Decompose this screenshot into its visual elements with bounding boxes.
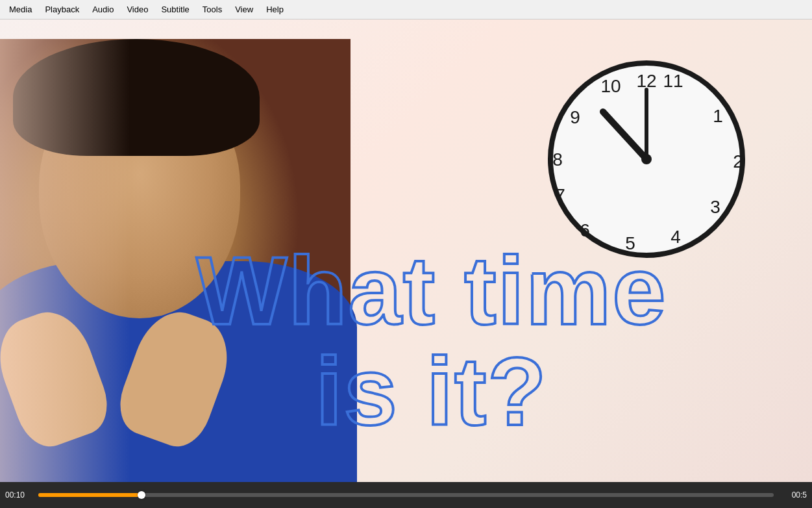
progress-bar-row: 00:10 00:5 bbox=[0, 482, 812, 508]
progress-filled bbox=[38, 493, 141, 497]
menu-audio[interactable]: Audio bbox=[86, 2, 120, 17]
svg-text:10: 10 bbox=[600, 76, 621, 96]
menu-tools[interactable]: Tools bbox=[196, 2, 228, 17]
video-player: 12 1 2 3 4 5 6 7 8 9 10 11 What time is … bbox=[0, 19, 812, 482]
clock-graphic: 12 1 2 3 4 5 6 7 8 9 10 11 bbox=[546, 58, 747, 260]
menu-subtitle[interactable]: Subtitle bbox=[154, 2, 195, 17]
svg-text:3: 3 bbox=[710, 197, 720, 217]
svg-text:2: 2 bbox=[733, 151, 743, 171]
menu-video[interactable]: Video bbox=[120, 2, 154, 17]
clock-svg: 12 1 2 3 4 5 6 7 8 9 10 11 bbox=[546, 58, 747, 260]
svg-text:7: 7 bbox=[555, 185, 565, 205]
progress-bar[interactable] bbox=[38, 493, 774, 497]
svg-text:6: 6 bbox=[580, 220, 590, 240]
svg-text:5: 5 bbox=[625, 233, 635, 253]
svg-text:11: 11 bbox=[663, 71, 683, 91]
svg-text:8: 8 bbox=[552, 149, 563, 170]
svg-text:4: 4 bbox=[671, 227, 681, 247]
menu-view[interactable]: View bbox=[228, 2, 260, 17]
time-total: 00:5 bbox=[778, 490, 807, 500]
person-hair bbox=[13, 39, 260, 156]
person bbox=[0, 39, 351, 482]
progress-thumb bbox=[138, 491, 145, 499]
menu-help[interactable]: Help bbox=[260, 2, 290, 17]
menu-playback[interactable]: Playback bbox=[38, 2, 86, 17]
svg-text:1: 1 bbox=[713, 106, 723, 126]
svg-point-15 bbox=[641, 154, 652, 164]
menu-bar: Media Playback Audio Video Subtitle Tool… bbox=[0, 0, 812, 19]
time-current: 00:10 bbox=[5, 490, 34, 500]
svg-text:9: 9 bbox=[570, 107, 580, 127]
menu-media[interactable]: Media bbox=[3, 2, 38, 17]
